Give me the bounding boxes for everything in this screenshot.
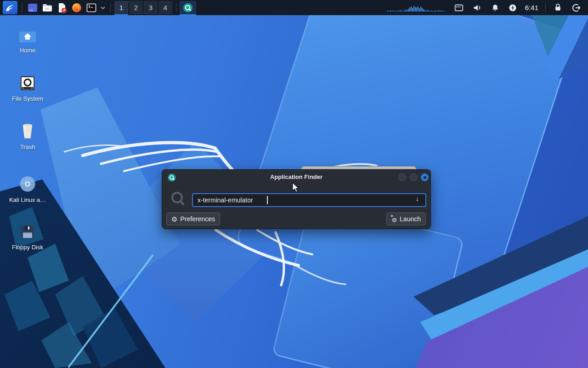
- floppy-disk-icon: [18, 223, 37, 241]
- application-finder-window: Application Finder ↓ ⚙ Preferences ⚙ Lau…: [162, 169, 431, 229]
- launch-label: Launch: [400, 215, 421, 223]
- top-panel: $ 1 2 3 4: [0, 0, 588, 15]
- text-caret: [267, 196, 268, 204]
- notifications-indicator[interactable]: [491, 3, 500, 12]
- network-monitor[interactable]: [387, 4, 445, 12]
- close-button[interactable]: [421, 173, 429, 181]
- preferences-label: Preferences: [180, 215, 215, 223]
- svg-text:$: $: [88, 4, 90, 8]
- taskbar-application-finder[interactable]: [180, 1, 196, 14]
- terminal-window-icon: [27, 2, 38, 13]
- firefox-icon: [71, 2, 82, 13]
- power-manager-icon: [508, 3, 517, 12]
- kali-menu-button[interactable]: [3, 1, 17, 14]
- lock-icon: [553, 3, 563, 12]
- terminal-window-launcher[interactable]: [26, 1, 39, 14]
- workspace-button-4[interactable]: 4: [158, 1, 172, 14]
- log-out-button[interactable]: [571, 3, 581, 13]
- dropdown-arrow-icon[interactable]: ↓: [415, 195, 419, 203]
- volume-indicator[interactable]: [472, 3, 482, 13]
- display-icon: [454, 3, 464, 13]
- volume-icon: [472, 3, 482, 13]
- preferences-button[interactable]: ⚙ Preferences: [166, 213, 220, 225]
- desktop-icon-label: Home: [2, 47, 53, 54]
- terminal-icon: $: [86, 2, 97, 13]
- desktop-icon-file-system[interactable]: File System: [2, 74, 53, 102]
- workspace-button-2[interactable]: 2: [129, 1, 143, 14]
- workspace-button-1[interactable]: 1: [114, 1, 128, 14]
- kali-dragon-icon: [5, 2, 16, 13]
- clock[interactable]: 6:41: [525, 4, 538, 12]
- launch-icon: ⚙: [391, 217, 397, 223]
- chevron-down-icon: [100, 6, 106, 10]
- firefox-launcher[interactable]: [70, 1, 83, 14]
- lock-screen-button[interactable]: [553, 3, 563, 12]
- search-icon: [171, 192, 183, 203]
- hard-drive-icon: [18, 74, 37, 92]
- desktop-icon-label: Kali Linux a…: [2, 196, 53, 203]
- desktop-icon-label: Floppy Disk: [2, 244, 53, 251]
- document-edit-icon: [57, 2, 68, 13]
- desktop-icon-floppy-disk[interactable]: Floppy Disk: [2, 223, 53, 251]
- desktop-icon-label: Trash: [2, 144, 53, 150]
- workspace-button-3[interactable]: 3: [144, 1, 158, 14]
- desktop-icon-trash[interactable]: Trash: [2, 121, 53, 150]
- terminal-launcher[interactable]: $: [85, 1, 98, 14]
- display-indicator[interactable]: [454, 3, 464, 13]
- text-editor-launcher[interactable]: [56, 1, 68, 14]
- magnifier-teal-icon: [183, 3, 192, 12]
- search-input[interactable]: [192, 193, 426, 207]
- bell-icon: [491, 3, 500, 12]
- folder-icon: [42, 2, 53, 13]
- desktop-icon-home[interactable]: Home: [2, 26, 53, 54]
- launcher-dropdown-button[interactable]: [100, 1, 106, 14]
- gear-icon: ⚙: [171, 216, 177, 223]
- log-out-icon: [571, 3, 581, 13]
- mouse-cursor: [292, 182, 302, 194]
- launch-button[interactable]: ⚙ Launch: [386, 213, 426, 225]
- desktop-icon-kali-cd[interactable]: Kali Linux a…: [2, 174, 53, 203]
- minimize-button[interactable]: [398, 173, 406, 181]
- trash-icon: [18, 121, 37, 141]
- desktop-icon-label: File System: [2, 95, 53, 102]
- file-manager-launcher[interactable]: [41, 1, 54, 14]
- home-folder-icon: [17, 26, 38, 44]
- optical-disc-icon: [18, 174, 37, 194]
- power-manager-indicator[interactable]: [508, 3, 517, 12]
- window-title: Application Finder: [162, 173, 430, 180]
- maximize-button[interactable]: [410, 173, 418, 181]
